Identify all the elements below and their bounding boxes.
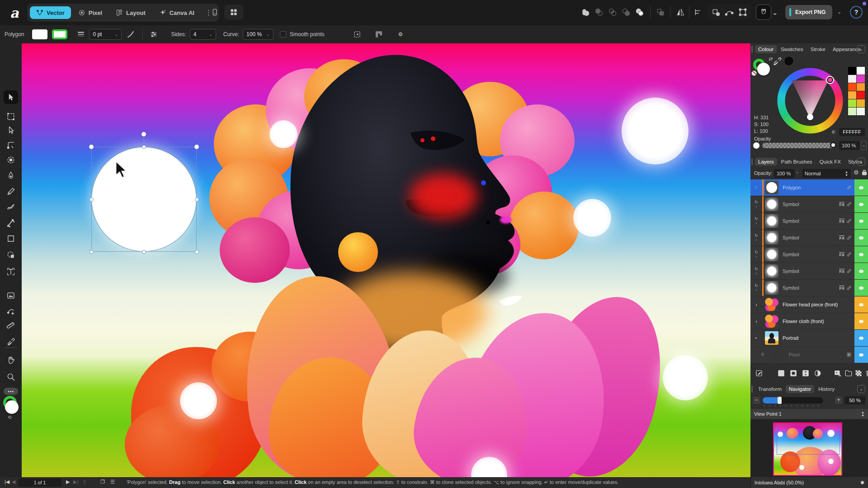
link-badge-icon[interactable]: [846, 252, 852, 257]
layer-thumbnail[interactable]: [765, 331, 778, 345]
expand-chevron-icon[interactable]: ›: [755, 319, 757, 324]
swatch-fb4a10[interactable]: [848, 83, 856, 91]
first-page-icon[interactable]: |◀: [5, 479, 9, 485]
stroke-pressure-icon[interactable]: [125, 29, 136, 40]
swap-fill-stroke-icon[interactable]: ⟲: [8, 415, 11, 420]
swatch-f99b28[interactable]: [857, 83, 865, 91]
layer-thumbnail[interactable]: [765, 248, 778, 261]
stroke-width-dropdown[interactable]: 0 pt⌄: [89, 29, 122, 40]
corner-tool-icon[interactable]: [4, 138, 18, 152]
colour-tab-colour[interactable]: Colour: [755, 45, 777, 53]
transform-node-tool-icon[interactable]: [4, 304, 18, 317]
zoom-slider[interactable]: [763, 397, 823, 404]
layer-visibility-toggle[interactable]: [854, 230, 868, 246]
transform-objects-toggle-icon[interactable]: [710, 6, 722, 18]
layer-thumbnail[interactable]: [765, 181, 778, 194]
link-badge-icon[interactable]: [846, 185, 852, 190]
fx-badge-icon[interactable]: FX: [839, 269, 844, 274]
handle-bottom-left[interactable]: [90, 250, 94, 254]
spread-view-icon[interactable]: ❐: [100, 479, 105, 485]
zoom-value[interactable]: 50 %: [844, 396, 865, 404]
layer-row-symbol[interactable]: ↻›SymbolFX: [750, 246, 868, 263]
navigator-tab-navigator[interactable]: Navigator: [786, 385, 814, 393]
link-badge-icon[interactable]: [846, 202, 852, 207]
checker-button[interactable]: [854, 368, 863, 378]
symbol-sync-icon[interactable]: ↻: [755, 250, 758, 254]
layer-row-portrait[interactable]: ›Portrait: [750, 330, 868, 346]
selection-bounding-box[interactable]: [91, 147, 197, 252]
symbol-sync-icon[interactable]: ↻: [755, 216, 758, 221]
layer-visibility-toggle[interactable]: [854, 263, 868, 279]
document-icon[interactable]: [209, 6, 221, 18]
shape-builder-tool-icon[interactable]: [4, 248, 18, 262]
sl-selector[interactable]: [807, 114, 813, 120]
adjustment-button[interactable]: [801, 368, 811, 378]
layer-row-pixel[interactable]: ⠿Pixel: [750, 347, 868, 363]
layer-opacity-value[interactable]: 100 %: [774, 169, 795, 178]
layer-opacity-chevron[interactable]: ⌄: [796, 170, 799, 174]
swatch-a8e43c[interactable]: [848, 99, 856, 107]
canvas[interactable]: [22, 43, 750, 477]
node-tool-icon[interactable]: [4, 123, 18, 137]
layer-thumbnail[interactable]: [771, 348, 785, 361]
hue-selector[interactable]: [827, 77, 833, 83]
swatch-ee1414[interactable]: [857, 91, 865, 99]
move-tool-icon[interactable]: [4, 90, 18, 104]
swatch-eef6ee[interactable]: [857, 108, 865, 115]
export-png-button[interactable]: Export PNG: [785, 5, 832, 19]
handle-bottom-right[interactable]: [195, 250, 199, 254]
help-button[interactable]: ?: [850, 6, 863, 19]
snapping-magnet-icon[interactable]: [758, 6, 769, 18]
colour-tab-swatches[interactable]: Swatches: [778, 45, 807, 53]
zoom-tool-icon[interactable]: [4, 370, 18, 384]
viewpoint-dropdown[interactable]: View Point 1▲▼: [750, 409, 868, 419]
layers-panel-menu-icon[interactable]: ⌄: [857, 158, 865, 166]
layer-thumbnail[interactable]: [765, 197, 778, 211]
layer-visibility-toggle[interactable]: [854, 313, 868, 329]
symbol-sync-icon[interactable]: ↻: [755, 200, 758, 204]
snapping-grid-icon[interactable]: [373, 29, 384, 40]
layer-visibility-toggle[interactable]: [854, 213, 868, 229]
eyedropper-icon[interactable]: [772, 55, 782, 65]
layer-row-polygon[interactable]: ∷Polygon: [750, 179, 868, 196]
link-badge-icon[interactable]: [846, 235, 852, 240]
layer-thumbnail[interactable]: [765, 281, 778, 295]
transform-origin-icon[interactable]: [352, 29, 363, 40]
insert-image-button[interactable]: [833, 368, 843, 378]
transform-box-toggle-icon[interactable]: [737, 6, 749, 18]
link-badge-icon[interactable]: [846, 218, 852, 224]
layer-row-symbol[interactable]: ↻›SymbolFX: [750, 196, 868, 212]
swatch-000000[interactable]: [848, 67, 856, 75]
layer-thumbnail[interactable]: [765, 231, 778, 244]
expand-chevron-icon[interactable]: ›: [756, 238, 757, 242]
pencil-tool-icon[interactable]: [4, 185, 18, 198]
layers-tab-layers[interactable]: Layers: [755, 158, 777, 166]
mirror-icon[interactable]: [675, 6, 686, 18]
handle-mid-right[interactable]: [195, 197, 199, 202]
link-badge-icon[interactable]: [846, 285, 852, 291]
transform-points-toggle-icon[interactable]: [723, 6, 735, 18]
symbol-sync-icon[interactable]: ↻: [755, 267, 758, 271]
pen-tool-icon[interactable]: [4, 169, 18, 182]
last-page-icon[interactable]: ▶|: [73, 479, 78, 485]
swatch-d9f4c0[interactable]: [848, 108, 856, 115]
live-filter-button[interactable]: [813, 368, 823, 378]
symbol-sync-icon[interactable]: ↻: [755, 233, 758, 238]
handle-top-right[interactable]: [194, 145, 199, 149]
handle-top-center[interactable]: [142, 145, 146, 149]
artboard-tool-icon[interactable]: [4, 110, 18, 123]
apps-grid-button[interactable]: [224, 5, 243, 20]
handle-top-left[interactable]: [89, 145, 94, 149]
swatch-e23ac8[interactable]: [857, 75, 865, 83]
layer-visibility-toggle[interactable]: [854, 196, 868, 212]
layer-thumbnail[interactable]: [765, 214, 778, 228]
zoom-out-button[interactable]: −: [753, 397, 760, 404]
rectangle-tool-icon[interactable]: [4, 232, 18, 245]
smooth-points-checkbox[interactable]: [280, 31, 286, 38]
persona-tab-layout[interactable]: Layout: [109, 6, 152, 19]
navigator-tab-history[interactable]: History: [815, 385, 838, 393]
layer-visibility-toggle[interactable]: [854, 330, 868, 346]
colour-wheel[interactable]: [776, 67, 844, 135]
persona-tab-pixel[interactable]: Pixel: [72, 6, 108, 19]
persona-tab-vector[interactable]: Vector: [30, 6, 71, 19]
